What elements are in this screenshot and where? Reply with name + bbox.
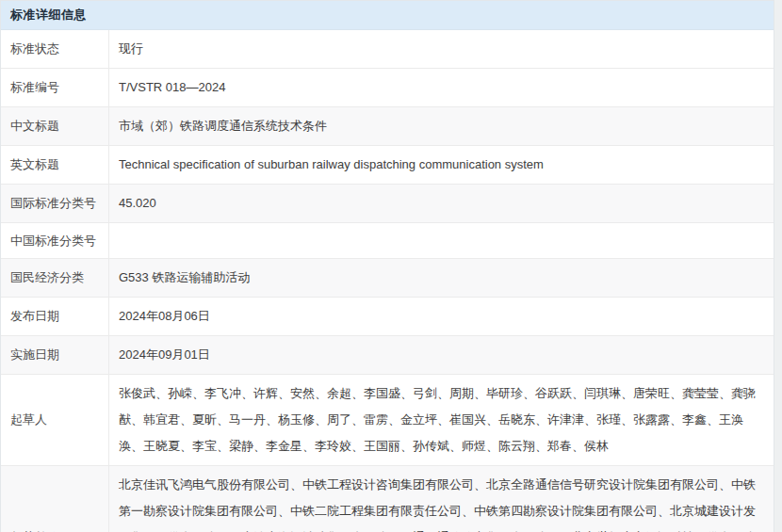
row-label: 标准编号 bbox=[1, 69, 109, 106]
table-row: 中文标题 市域（郊）铁路调度通信系统技术条件 bbox=[1, 107, 774, 146]
table-row: 中国标准分类号 bbox=[1, 223, 774, 259]
row-value: G533 铁路运输辅助活动 bbox=[109, 259, 774, 297]
row-value: Technical specification of suburban rail… bbox=[109, 146, 774, 184]
row-label: 中文标题 bbox=[1, 107, 109, 145]
row-label: 发布日期 bbox=[1, 298, 109, 335]
standard-detail-panel: 标准详细信息 标准状态 现行 标准编号 T/VSTR 018—2024 中文标题… bbox=[0, 0, 774, 532]
row-value: 45.020 bbox=[109, 185, 774, 222]
row-value: 张俊武、孙嵘、李飞冲、许辉、安然、余超、李国盛、弓剑、周期、毕研珍、谷跃跃、闫琪… bbox=[109, 375, 774, 465]
row-label: 国际标准分类号 bbox=[1, 185, 109, 222]
row-label: 中国标准分类号 bbox=[1, 223, 109, 258]
table-row: 标准状态 现行 bbox=[1, 30, 774, 69]
table-row: 起草人 张俊武、孙嵘、李飞冲、许辉、安然、余超、李国盛、弓剑、周期、毕研珍、谷跃… bbox=[1, 375, 774, 466]
table-row: 英文标题 Technical specification of suburban… bbox=[1, 146, 774, 185]
row-value: 北京佳讯飞鸿电气股份有限公司、中铁工程设计咨询集团有限公司、北京全路通信信号研究… bbox=[109, 466, 774, 532]
table-row: 国民经济分类 G533 铁路运输辅助活动 bbox=[1, 259, 774, 298]
row-label: 英文标题 bbox=[1, 146, 109, 184]
row-value: 现行 bbox=[109, 30, 774, 68]
row-label: 国民经济分类 bbox=[1, 259, 109, 297]
row-value: T/VSTR 018—2024 bbox=[109, 69, 774, 106]
row-label: 起草人 bbox=[1, 375, 109, 465]
table-row: 国际标准分类号 45.020 bbox=[1, 185, 774, 223]
table-row: 实施日期 2024年09月01日 bbox=[1, 336, 774, 375]
table-row: 起草单位 北京佳讯飞鸿电气股份有限公司、中铁工程设计咨询集团有限公司、北京全路通… bbox=[1, 466, 774, 532]
row-label: 标准状态 bbox=[1, 30, 109, 68]
panel-title: 标准详细信息 bbox=[10, 7, 87, 24]
row-value: 2024年08月06日 bbox=[109, 298, 774, 335]
row-label: 实施日期 bbox=[1, 336, 109, 374]
table-row: 发布日期 2024年08月06日 bbox=[1, 298, 774, 336]
row-value: 2024年09月01日 bbox=[109, 336, 774, 374]
row-label: 起草单位 bbox=[1, 466, 109, 532]
table-row: 标准编号 T/VSTR 018—2024 bbox=[1, 69, 774, 107]
panel-header: 标准详细信息 bbox=[1, 1, 774, 30]
detail-table: 标准状态 现行 标准编号 T/VSTR 018—2024 中文标题 市域（郊）铁… bbox=[1, 30, 774, 532]
row-value bbox=[109, 235, 774, 247]
row-value: 市域（郊）铁路调度通信系统技术条件 bbox=[109, 107, 774, 145]
